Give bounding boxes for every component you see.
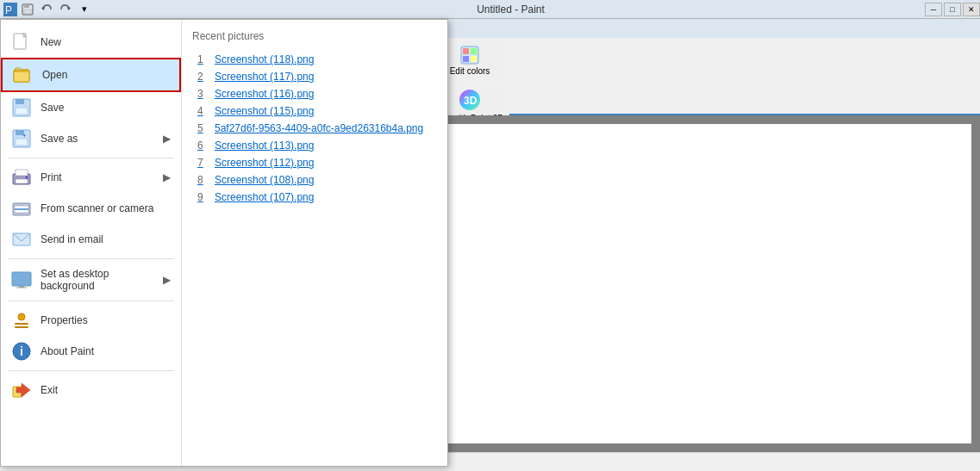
- divider-1: [8, 158, 174, 158]
- divider-4: [8, 370, 174, 371]
- edit-colors-label: Edit colors: [450, 66, 490, 76]
- svg-rect-40: [15, 326, 28, 328]
- recent-num-7: 7: [197, 157, 209, 169]
- desktop-label: Set as desktop background: [41, 268, 154, 292]
- scanner-label: From scanner or camera: [41, 202, 153, 214]
- exit-label: Exit: [41, 384, 58, 396]
- email-label: Send in email: [41, 233, 103, 245]
- recent-item-6[interactable]: 6 Screenshot (113).png: [192, 137, 437, 154]
- svg-rect-20: [13, 115, 30, 116]
- file-menu-items: New Open Save: [1, 115, 182, 452]
- recent-item-5[interactable]: 5 5af27d6f-9563-4409-a0fc-a9ed26316b4a.p…: [192, 120, 437, 137]
- recent-name-6: Screenshot (113).png: [215, 139, 314, 152]
- menu-item-save[interactable]: Save: [1, 115, 181, 123]
- save-as-arrow-icon: ▶: [163, 133, 171, 145]
- save-menu-icon: [11, 115, 32, 118]
- svg-marker-5: [41, 7, 45, 10]
- divider-2: [8, 258, 174, 259]
- svg-text:P: P: [5, 4, 12, 16]
- desktop-arrow-icon: ▶: [163, 274, 171, 286]
- svg-text:+: +: [22, 132, 27, 139]
- svg-rect-28: [16, 170, 28, 176]
- svg-point-30: [26, 177, 28, 179]
- window-title-text: Untitled - Paint: [477, 3, 545, 15]
- print-icon: [11, 167, 32, 188]
- file-menu: New Open Save: [0, 115, 448, 452]
- svg-rect-35: [12, 272, 31, 286]
- undo-quick-btn[interactable]: [38, 2, 55, 17]
- recent-pictures-panel: Recent pictures 1 Screenshot (118).png 2…: [182, 115, 447, 452]
- print-arrow-icon: ▶: [163, 171, 171, 183]
- about-icon: i: [11, 341, 32, 362]
- print-label: Print: [41, 171, 62, 183]
- menu-item-print[interactable]: Print ▶: [1, 162, 181, 193]
- recent-item-8[interactable]: 8 Screenshot (108).png: [192, 171, 437, 189]
- svg-rect-10: [463, 48, 469, 54]
- properties-icon: [11, 310, 32, 331]
- close-button[interactable]: ✕: [963, 3, 980, 16]
- window-controls: ─ □ ✕: [925, 3, 980, 16]
- exit-icon: [11, 380, 32, 400]
- svg-text:3D: 3D: [464, 95, 478, 107]
- recent-pictures-list: 1 Screenshot (118).png 2 Screenshot (117…: [192, 115, 437, 206]
- title-bar: P ▾ Untitled - Paint ─ □ ✕: [0, 0, 980, 19]
- desktop-bg-icon: [11, 270, 32, 290]
- paint-app-icon: P: [3, 3, 17, 16]
- properties-label: Properties: [41, 314, 88, 326]
- menu-item-properties[interactable]: Properties: [1, 305, 181, 336]
- recent-num-8: 8: [197, 174, 209, 186]
- recent-name-7: Screenshot (112).png: [215, 157, 314, 169]
- menu-item-about[interactable]: i About Paint: [1, 336, 181, 367]
- svg-rect-4: [24, 9, 31, 14]
- recent-name-9: Screenshot (107).png: [215, 191, 314, 203]
- quick-access-toolbar: P ▾: [0, 2, 97, 17]
- svg-rect-29: [16, 179, 28, 183]
- scanner-icon: [11, 198, 32, 219]
- recent-num-9: 9: [197, 191, 209, 203]
- redo-quick-btn[interactable]: [57, 2, 74, 17]
- recent-name-8: Screenshot (108).png: [215, 174, 314, 186]
- main-content: New Open Save: [0, 115, 980, 452]
- menu-item-email[interactable]: Send in email: [1, 224, 181, 255]
- window-title: Untitled - Paint: [97, 3, 925, 15]
- recent-item-9[interactable]: 9 Screenshot (107).png: [192, 189, 437, 206]
- svg-rect-3: [24, 4, 29, 8]
- recent-num-6: 6: [197, 139, 209, 152]
- save-as-label: Save as: [41, 133, 78, 145]
- menu-item-desktop[interactable]: Set as desktop background ▶: [1, 263, 181, 297]
- recent-name-4: Screenshot (115).png: [215, 115, 314, 117]
- divider-3: [8, 301, 174, 301]
- menu-item-scanner[interactable]: From scanner or camera: [1, 193, 181, 224]
- svg-rect-39: [15, 323, 28, 325]
- menu-item-exit[interactable]: Exit: [1, 375, 181, 406]
- svg-point-38: [18, 313, 25, 320]
- minimize-button[interactable]: ─: [925, 3, 942, 16]
- svg-rect-13: [471, 56, 477, 62]
- recent-item-7[interactable]: 7 Screenshot (112).png: [192, 154, 437, 171]
- save-quick-btn[interactable]: [19, 2, 36, 17]
- maximize-button[interactable]: □: [944, 3, 961, 16]
- recent-num-4: 4: [197, 115, 209, 117]
- svg-rect-25: [16, 139, 28, 146]
- recent-num-5: 5: [197, 122, 209, 134]
- svg-text:i: i: [20, 344, 23, 358]
- app-window: P ▾ Untitled - Paint ─ □ ✕ File Home V: [0, 0, 980, 471]
- svg-marker-6: [67, 7, 71, 10]
- svg-rect-11: [471, 48, 477, 54]
- about-label: About Paint: [41, 345, 94, 357]
- recent-name-5: 5af27d6f-9563-4409-a0fc-a9ed26316b4a.png: [215, 122, 423, 134]
- dropdown-quick-btn[interactable]: ▾: [76, 2, 93, 17]
- save-as-icon: +: [11, 128, 32, 149]
- menu-item-save-as[interactable]: + Save as ▶: [1, 123, 181, 154]
- email-icon: [11, 229, 32, 250]
- svg-rect-12: [463, 56, 469, 62]
